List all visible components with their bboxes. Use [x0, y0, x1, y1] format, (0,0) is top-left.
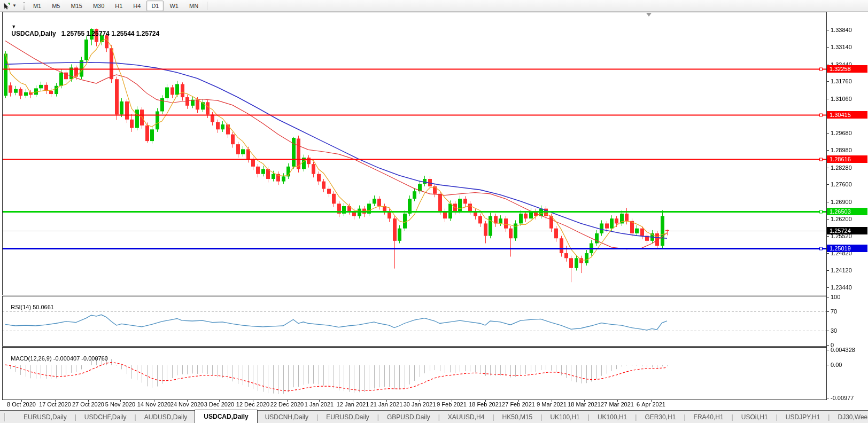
- tab-HK50-M15[interactable]: HK50,M15: [495, 411, 540, 423]
- rsi-indicator-label: RSI(14) 50.0661: [4, 297, 54, 317]
- tab-DJ30-Weekly[interactable]: DJ30,Weekly: [830, 411, 868, 423]
- price-flag-support-blue: 1.25019: [827, 245, 867, 252]
- timeframe-button-M1[interactable]: M1: [28, 1, 46, 11]
- price-flag-resistance-3: 1.28616: [827, 155, 867, 163]
- chart-tab-bar: EURUSD,Daily|USDCHF,Daily|AUDUSD,DailyUS…: [0, 410, 868, 423]
- macd-values: -0.000407 -0.000760: [53, 355, 108, 362]
- tab-UK100-H1[interactable]: UK100,H1: [590, 411, 634, 423]
- tab-XAUUSD-H4[interactable]: XAUUSD,H4: [440, 411, 492, 423]
- price-flag-resistance-2: 1.30415: [827, 111, 867, 119]
- timeframe-button-W1[interactable]: W1: [165, 1, 183, 11]
- tab-USOil-H1[interactable]: USOil,H1: [734, 411, 776, 423]
- toolbar-separator: [207, 2, 207, 10]
- timeframe-button-H1[interactable]: H1: [110, 1, 127, 11]
- tab-USDCHF-Daily[interactable]: USDCHF,Daily: [77, 411, 134, 423]
- price-flag-resistance-1: 1.32258: [827, 65, 867, 73]
- tab-GBPUSD-Daily[interactable]: GBPUSD,Daily: [379, 411, 438, 423]
- chart-window: ▼ USDCAD,Daily1.25755 1.25774 1.25544 1.…: [0, 12, 868, 410]
- toolbar-drag-handle[interactable]: [23, 2, 25, 10]
- price-chart-canvas[interactable]: [0, 12, 868, 410]
- timeframe-button-M30[interactable]: M30: [88, 1, 109, 11]
- tab-UK100-H1[interactable]: UK100,H1: [542, 411, 587, 423]
- symbol-dropdown-icon[interactable]: ▼: [11, 24, 16, 29]
- macd-indicator-label: MACD(12,26,9) -0.000407 -0.000760: [4, 349, 108, 368]
- tab-bar-grip: [4, 413, 5, 421]
- price-flag-support-green: 1.26503: [827, 208, 867, 215]
- price-flag-current-price: 1.25724: [827, 227, 867, 234]
- tab-GER30-H1[interactable]: GER30,H1: [637, 411, 683, 423]
- tab-USDCAD-Daily[interactable]: USDCAD,Daily: [195, 410, 257, 423]
- cursor-crosshair-icon: [2, 2, 11, 10]
- timeframe-button-MN[interactable]: MN: [184, 1, 203, 11]
- timeframe-button-H4[interactable]: H4: [128, 1, 145, 11]
- tab-FRA40-H1[interactable]: FRA40,H1: [686, 411, 731, 423]
- tab-list: EURUSD,Daily|USDCHF,Daily|AUDUSD,DailyUS…: [16, 411, 868, 423]
- tab-USDCNH-Daily[interactable]: USDCNH,Daily: [258, 411, 316, 423]
- tab-USDJPY-H1[interactable]: USDJPY,H1: [778, 411, 827, 423]
- timeframe-button-group: M1M5M15M30H1H4D1W1MN: [28, 1, 204, 11]
- rsi-value: 50.0661: [33, 304, 54, 310]
- tab-AUDUSD-Daily[interactable]: AUDUSD,Daily: [137, 411, 195, 423]
- timeframe-button-M5[interactable]: M5: [47, 1, 65, 11]
- timeframe-button-D1[interactable]: D1: [146, 1, 164, 11]
- ohlc-values: 1.25755 1.25774 1.25544 1.25724: [61, 30, 160, 37]
- top-toolbar: ▼ M1M5M15M30H1H4D1W1MN: [0, 0, 868, 12]
- timeframe-button-M15[interactable]: M15: [66, 1, 87, 11]
- tab-EURUSD-Daily[interactable]: EURUSD,Daily: [16, 411, 74, 423]
- chart-title: ▼ USDCAD,Daily1.25755 1.25774 1.25544 1.…: [4, 15, 159, 45]
- chevron-down-icon[interactable]: ▼: [12, 3, 17, 8]
- chart-shift-marker-icon[interactable]: [646, 13, 652, 17]
- cursor-tool-button[interactable]: ▼: [0, 0, 19, 11]
- symbol-period-label: USDCAD,Daily: [11, 30, 56, 37]
- tab-EURUSD-Daily[interactable]: EURUSD,Daily: [319, 411, 377, 423]
